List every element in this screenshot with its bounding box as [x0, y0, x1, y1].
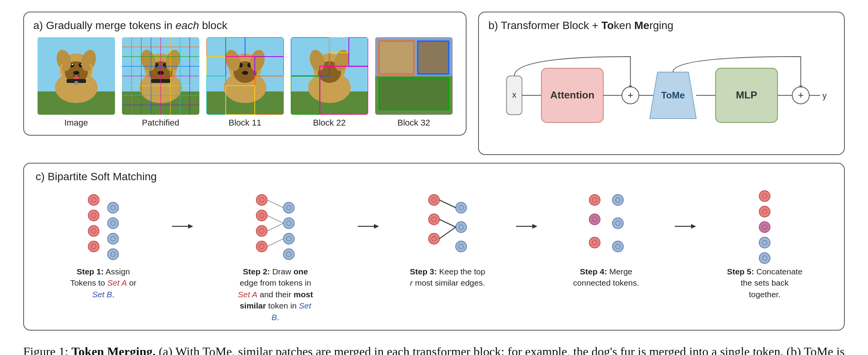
arrow1 [171, 188, 194, 229]
panel-c: c) Bipartite Soft Matching [23, 163, 845, 331]
figure-caption: Figure 1: Token Merging. (a) With ToMe, … [23, 342, 845, 355]
image-item-patchified: Patchified [122, 37, 199, 128]
svg-line-155 [439, 219, 456, 227]
step2-svg [248, 188, 302, 266]
svg-point-159 [589, 195, 600, 205]
image-item-block32: Block 32 [375, 37, 453, 128]
svg-point-130 [283, 218, 294, 229]
svg-point-7 [72, 64, 73, 65]
svg-point-47 [242, 71, 248, 75]
block11-image [206, 37, 284, 115]
svg-rect-74 [379, 41, 414, 74]
svg-point-177 [759, 222, 770, 233]
svg-point-169 [612, 241, 623, 252]
panel-a-label: a) Gradually merge tokens in each block [33, 19, 456, 32]
step1-item: Step 1: Assign Tokens to Set A or Set B. [36, 188, 171, 300]
svg-line-139 [267, 239, 283, 246]
top-row: a) Gradually merge tokens in each block [23, 12, 845, 155]
svg-rect-76 [379, 78, 449, 110]
svg-text:+: + [798, 89, 804, 101]
step1-svg [80, 188, 127, 266]
step2-item: Step 2: Draw one edge from tokens in Set… [194, 188, 357, 323]
image-item-block11: Block 11 [206, 37, 284, 128]
image-caption-0: Image [64, 118, 88, 128]
svg-line-154 [439, 200, 456, 208]
panel-c-label: c) Bipartite Soft Matching [36, 171, 832, 183]
svg-text:y: y [823, 91, 827, 100]
arrow2 [357, 188, 380, 229]
svg-point-142 [429, 195, 439, 205]
svg-point-116 [108, 249, 118, 260]
dog-svg [38, 37, 115, 115]
patchified-image [122, 37, 199, 115]
step5-item: Step 5: Concatenate the sets back togeth… [697, 188, 832, 300]
block32-svg [375, 37, 453, 115]
panel-a-letter: a) [33, 19, 43, 31]
svg-text:MLP: MLP [736, 89, 757, 101]
svg-rect-75 [418, 41, 449, 74]
images-row: Image [33, 37, 456, 128]
svg-line-156 [439, 227, 456, 239]
image-caption-2: Block 11 [229, 118, 261, 128]
panel-a: a) Gradually merge tokens in each block [23, 12, 467, 136]
arrow4-svg [675, 223, 696, 229]
step5-label: Step 5: Concatenate the sets back togeth… [726, 266, 803, 300]
steps-container: Step 1: Assign Tokens to Set A or Set B. [36, 188, 832, 323]
svg-point-14 [74, 81, 78, 85]
dog-image [38, 37, 115, 115]
arrow3-svg [516, 223, 537, 229]
patchified-svg [122, 37, 199, 115]
svg-point-161 [589, 214, 600, 225]
image-item-dog: Image [38, 37, 115, 128]
transformer-diagram-area: x Attention + [488, 37, 835, 147]
svg-text:Attention: Attention [551, 89, 595, 101]
svg-point-175 [759, 206, 770, 217]
svg-point-132 [283, 233, 294, 244]
arrow1-svg [172, 223, 193, 229]
image-item-block22: Block 22 [291, 37, 368, 128]
svg-point-165 [612, 195, 623, 205]
arrow3 [515, 188, 539, 229]
arrow2-svg [358, 223, 379, 229]
svg-point-9 [73, 71, 79, 75]
svg-marker-172 [691, 224, 696, 229]
arrow4 [674, 188, 697, 229]
svg-point-163 [589, 237, 600, 248]
svg-point-102 [88, 195, 99, 205]
svg-point-128 [283, 202, 294, 213]
block22-svg [291, 37, 368, 115]
svg-point-126 [256, 241, 267, 252]
step3-svg [420, 188, 475, 266]
main-container: a) Gradually merge tokens in each block [23, 12, 845, 355]
image-caption-3: Block 22 [313, 118, 346, 128]
svg-text:x: x [512, 90, 516, 100]
svg-point-134 [283, 249, 294, 260]
svg-point-173 [759, 191, 770, 202]
image-caption-1: Patchified [142, 118, 179, 128]
svg-point-106 [88, 226, 99, 236]
svg-text:+: + [628, 89, 633, 101]
svg-point-150 [456, 222, 467, 233]
svg-marker-158 [532, 224, 537, 229]
image-caption-4: Block 32 [398, 118, 430, 128]
step4-label: Step 4: Merge connected tokens. [568, 266, 645, 289]
svg-point-112 [108, 218, 118, 229]
svg-point-181 [759, 253, 770, 264]
block22-image [291, 37, 368, 115]
svg-point-114 [108, 233, 118, 244]
block11-svg [206, 37, 284, 115]
step4-item: Step 4: Merge connected tokens. [539, 188, 674, 289]
panel-b-label: b) Transformer Block + Token Merging [488, 19, 835, 32]
step5-svg [743, 188, 786, 266]
svg-point-122 [256, 210, 267, 221]
svg-point-152 [456, 241, 467, 252]
panel-b: b) Transformer Block + Token Merging x A… [478, 12, 845, 155]
svg-point-167 [612, 218, 623, 229]
block32-image [375, 37, 453, 115]
svg-point-179 [759, 237, 770, 248]
panel-a-title: Gradually merge tokens in each block [46, 19, 227, 31]
svg-point-144 [429, 214, 439, 225]
svg-marker-141 [374, 224, 379, 229]
svg-text:ToMe: ToMe [661, 90, 685, 100]
step4-svg [581, 188, 631, 266]
